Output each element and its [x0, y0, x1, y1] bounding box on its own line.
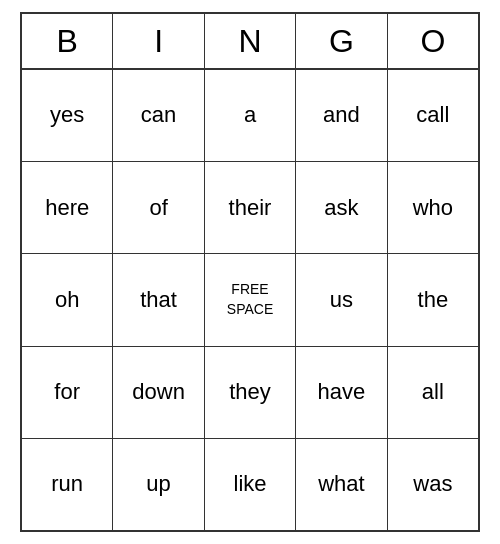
header-letter: O [388, 14, 478, 68]
bingo-cell: down [113, 347, 204, 438]
bingo-row: hereoftheiraskwho [22, 162, 478, 254]
bingo-row: fordowntheyhaveall [22, 347, 478, 439]
bingo-cell: like [205, 439, 296, 530]
bingo-cell: and [296, 70, 387, 161]
header-letter: B [22, 14, 113, 68]
bingo-cell: can [113, 70, 204, 161]
bingo-cell: who [388, 162, 478, 253]
bingo-cell: they [205, 347, 296, 438]
bingo-row: yescanaandcall [22, 70, 478, 162]
bingo-header: BINGO [22, 14, 478, 70]
bingo-cell: that [113, 254, 204, 345]
bingo-cell: of [113, 162, 204, 253]
free-space-cell: FREESPACE [205, 254, 296, 345]
bingo-cell: all [388, 347, 478, 438]
bingo-cell: call [388, 70, 478, 161]
header-letter: I [113, 14, 204, 68]
bingo-cell: yes [22, 70, 113, 161]
bingo-row: ohthatFREESPACEusthe [22, 254, 478, 346]
bingo-cell: up [113, 439, 204, 530]
bingo-body: yescanaandcallhereoftheiraskwhoohthatFRE… [22, 70, 478, 530]
header-letter: N [205, 14, 296, 68]
bingo-cell: for [22, 347, 113, 438]
bingo-cell: a [205, 70, 296, 161]
bingo-cell: run [22, 439, 113, 530]
bingo-cell: what [296, 439, 387, 530]
bingo-cell: here [22, 162, 113, 253]
bingo-cell: ask [296, 162, 387, 253]
bingo-cell: oh [22, 254, 113, 345]
header-letter: G [296, 14, 387, 68]
bingo-cell: was [388, 439, 478, 530]
bingo-cell: the [388, 254, 478, 345]
bingo-cell: have [296, 347, 387, 438]
bingo-card: BINGO yescanaandcallhereoftheiraskwhooht… [20, 12, 480, 532]
bingo-cell: their [205, 162, 296, 253]
bingo-cell: us [296, 254, 387, 345]
bingo-row: runuplikewhatwas [22, 439, 478, 530]
